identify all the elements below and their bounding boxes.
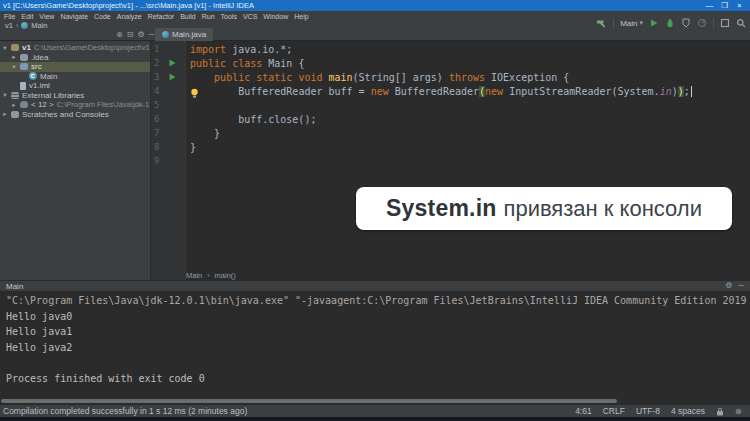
code-line-1[interactable]: 1 import java.io.*; — [151, 42, 750, 56]
console-line: Process finished with exit code 0 — [6, 373, 750, 389]
maximize-button[interactable]: ❐ — [717, 0, 732, 11]
breadcrumb-project[interactable]: v1 — [5, 21, 13, 30]
menu-run[interactable]: Run — [202, 13, 215, 20]
tree-item-label: v1.iml — [29, 81, 50, 90]
tree-item-label: src — [31, 62, 42, 71]
caption-text: привязан к консоли — [503, 196, 702, 222]
tree-item-v1-iml[interactable]: v1.iml — [0, 81, 150, 91]
tree-item-project-root[interactable]: ▾ v1 C:\Users\Game\Desktop\project\v1 — [0, 43, 150, 53]
readonly-lock-icon[interactable] — [716, 407, 724, 416]
run-tab[interactable]: Main — [6, 282, 23, 291]
profiler-button[interactable] — [697, 18, 707, 28]
editor-tab-main-java[interactable]: Main.java — [155, 28, 213, 41]
chrome-row: v1 › Main ⊕ ⊟ ⚙ ─ Main.java Main ▾ — [0, 21, 750, 41]
encoding-indicator[interactable]: UTF-8 — [636, 406, 660, 416]
main-toolbar: Main ▾ — [596, 16, 746, 30]
build-hammer-icon[interactable] — [596, 18, 607, 29]
code-line-9[interactable]: 9 — [151, 154, 750, 168]
breadcrumb-class[interactable]: Main — [186, 271, 202, 280]
minimize-button[interactable]: — — [702, 0, 717, 11]
locate-file-icon[interactable]: ⊕ — [116, 30, 123, 40]
caret-position[interactable]: 4:61 — [575, 406, 592, 416]
code-line-7[interactable]: 7 } — [151, 126, 750, 140]
indent-indicator[interactable]: 4 spaces — [671, 406, 705, 416]
expand-arrow-icon[interactable]: ▾ — [11, 63, 17, 71]
run-config-selector[interactable]: Main ▾ — [620, 19, 643, 28]
tree-item-label: Scratches and Consoles — [22, 110, 109, 119]
run-method-gutter-icon[interactable] — [163, 73, 181, 81]
scratches-icon — [11, 111, 19, 118]
console-line: Hello java0 — [6, 311, 750, 327]
code-line-5[interactable]: 5 — [151, 98, 750, 112]
chevron-right-icon: › — [207, 272, 209, 279]
console-line — [6, 357, 750, 373]
line-number: 2 — [151, 58, 163, 68]
class-icon — [21, 22, 28, 29]
line-number: 4 — [151, 86, 163, 96]
panel-settings-icon[interactable]: ⚙ — [137, 30, 144, 40]
code-line-3[interactable]: 3 public static void main(String[] args)… — [151, 70, 750, 84]
run-console[interactable]: "C:\Program Files\Java\jdk-12.0.1\bin\ja… — [0, 292, 750, 399]
main-area: ▾ v1 C:\Users\Game\Desktop\project\v1 ▸ … — [0, 41, 750, 280]
search-everywhere-icon[interactable] — [736, 18, 746, 28]
menu-help[interactable]: Help — [294, 13, 308, 20]
run-with-coverage-button[interactable] — [681, 18, 691, 28]
menu-build[interactable]: Build — [180, 13, 196, 20]
intention-bulb-icon[interactable] — [190, 88, 199, 99]
tree-item-label: < 12 > — [31, 100, 54, 109]
expand-arrow-icon[interactable]: ▸ — [11, 101, 17, 109]
menu-analyze[interactable]: Analyze — [117, 13, 142, 20]
breadcrumb-method[interactable]: main() — [215, 271, 236, 280]
code-line-4[interactable]: 4 BufferedReader buff = new BufferedRead… — [151, 84, 750, 98]
code-line-8[interactable]: 8 } — [151, 140, 750, 154]
breadcrumb: v1 › Main — [5, 21, 48, 29]
menu-vcs[interactable]: VCS — [243, 13, 257, 20]
code-editor[interactable]: 1 import java.io.*; 2 public class Main … — [151, 41, 750, 280]
menu-view[interactable]: View — [39, 13, 54, 20]
tree-item-jdk[interactable]: ▸ < 12 > C:\Program Files\Java\jdk-12.0.… — [0, 100, 150, 110]
taskbar-strip — [0, 417, 750, 421]
folder-icon — [20, 54, 28, 61]
menu-refactor[interactable]: Refactor — [148, 13, 174, 20]
menu-code[interactable]: Code — [94, 13, 111, 20]
menu-tools[interactable]: Tools — [221, 13, 237, 20]
menu-navigate[interactable]: Navigate — [60, 13, 88, 20]
run-config-label: Main — [620, 19, 637, 28]
tree-item-main-class[interactable]: C Main — [0, 72, 150, 82]
line-ending-indicator[interactable]: CRLF — [603, 406, 625, 416]
text-caret — [691, 86, 693, 97]
run-button[interactable] — [649, 18, 659, 28]
debug-button[interactable] — [665, 18, 675, 28]
code-line-2[interactable]: 2 public class Main { — [151, 56, 750, 70]
close-button[interactable]: × — [732, 0, 747, 11]
chevron-down-icon: ▾ — [639, 19, 643, 27]
collapse-all-icon[interactable]: ⊟ — [127, 30, 134, 40]
hide-panel-icon[interactable]: ─ — [149, 30, 155, 40]
line-number: 8 — [151, 142, 163, 152]
tree-item-src[interactable]: ▾ src — [0, 62, 150, 72]
expand-arrow-icon[interactable]: ▾ — [2, 44, 8, 52]
breadcrumb-file[interactable]: Main — [31, 21, 47, 30]
project-structure-icon[interactable] — [720, 18, 730, 28]
tree-item-label: .idea — [31, 53, 48, 62]
code-line-6[interactable]: 6 buff.close(); — [151, 112, 750, 126]
tree-item-scratches[interactable]: ▸ Scratches and Consoles — [0, 110, 150, 120]
expand-arrow-icon[interactable]: ▾ — [2, 91, 8, 99]
menu-window[interactable]: Window — [263, 13, 288, 20]
toolbar-separator — [613, 18, 614, 28]
notifications-icon[interactable] — [735, 408, 742, 415]
horizontal-scrollbar[interactable] — [1, 399, 617, 403]
tree-item-external-libraries[interactable]: ▾ External Libraries — [0, 91, 150, 101]
menu-file[interactable]: File — [4, 13, 15, 20]
class-icon — [162, 31, 169, 38]
tree-item-idea-folder[interactable]: ▸ .idea — [0, 53, 150, 63]
menu-edit[interactable]: Edit — [21, 13, 33, 20]
tree-item-path: C:\Program Files\Java\jdk-12.0.1 — [57, 100, 150, 109]
chevron-right-icon: › — [16, 22, 18, 29]
line-number: 5 — [151, 100, 163, 110]
expand-arrow-icon[interactable]: ▸ — [2, 110, 8, 118]
run-class-gutter-icon[interactable] — [163, 59, 181, 67]
run-settings-gear-icon[interactable]: ⚙ — [725, 281, 732, 291]
hide-run-panel-icon[interactable]: ─ — [738, 281, 744, 291]
expand-arrow-icon[interactable]: ▸ — [11, 53, 17, 61]
